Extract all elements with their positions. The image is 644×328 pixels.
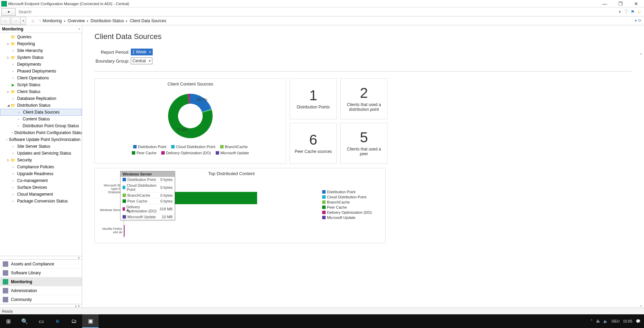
nav-back-button[interactable]: ← [1,17,10,25]
breadcrumb-diststatus[interactable]: Distribution Status [91,18,124,23]
taskbar-search-button[interactable]: 🔍 [16,314,33,328]
tray-time[interactable]: 15:05 [623,319,632,323]
tree-expand-icon[interactable]: ▷ [6,56,10,59]
breadcrumb-bar: ← → ▾ ⌂ \ Monitoring ▸ Overview ▸ Distri… [0,16,644,25]
workspace-item[interactable]: Assets and Compliance [0,260,82,268]
tree-item[interactable]: ▫Cloud Management [0,191,82,198]
workspace-item[interactable]: Community [0,295,82,304]
taskbar-ie-button[interactable]: e [49,314,66,328]
tree-item[interactable]: ▷📁System Status [0,54,82,61]
minimize-button[interactable]: — [597,0,613,8]
workspace-label: Software Library [11,271,41,275]
breadcrumb-overview[interactable]: Overview [68,18,85,23]
tree-expand-icon[interactable]: ▷ [6,158,10,162]
tree-item[interactable]: ▫Deployments [0,61,82,68]
tree-item[interactable]: 📁Queries [0,34,82,40]
topdist-legend: Distribution PointCloud Distribution Poi… [322,190,380,221]
tree-item[interactable]: ▫Content Status [0,116,82,122]
stat-label: Peer Cache sources [295,149,332,154]
tree-item[interactable]: ▫Surface Devices [0,184,82,191]
tooltip-label: Microsoft Update [127,215,156,219]
boundary-group-select[interactable]: Central [131,57,152,64]
feedback-icon[interactable]: ☺ [637,9,641,14]
nav-forward-button[interactable]: → [11,17,21,25]
workspace-label: Monitoring [11,279,32,284]
tree-item[interactable]: ◢📁Distribution Status [0,102,82,109]
tree-item[interactable]: ▫Database Replication [0,95,82,102]
tree-expand-icon[interactable]: ▷ [6,42,10,45]
tree-item[interactable]: ▶Script Status [0,81,82,88]
tree-item[interactable]: ▫Compliance Policies [0,163,82,170]
bar-label-c: Mozilla Firefox x64 de [100,227,124,234]
workspace-label: Assets and Compliance [11,262,54,266]
nav-tree[interactable]: 📁Queries▷📁Reporting▫Site Hierarchy▷📁Syst… [0,33,82,256]
tree-item[interactable]: ▫Phased Deployments [0,68,82,75]
breadcrumb-monitoring[interactable]: Monitoring [43,18,62,23]
tree-item[interactable]: ▫Distribution Point Group Status [0,122,82,129]
legend-swatch-icon [322,200,326,204]
split-handle[interactable]: ▾ [0,256,82,259]
tree-expand-icon[interactable]: ◢ [6,104,10,107]
tooltip-swatch-icon [123,178,126,181]
refresh-icon[interactable]: ⟳ [638,18,641,23]
help-icon[interactable]: ❔ [623,9,629,14]
title-bar: Microsoft Endpoint Configuration Manager… [0,0,644,8]
tray-notifications-icon[interactable]: 💬 [636,319,641,324]
stat-number: 2 [360,86,368,100]
task-view-button[interactable]: ▭ [33,314,49,328]
tooltip-label: BranchCache [127,193,150,197]
taskbar-explorer-button[interactable]: 🗂 [66,314,82,328]
ribbon-dropdown-button[interactable]: ▾ [1,8,16,16]
content-scrollbar[interactable]: ⌃ ⌄ [638,53,644,307]
workspace-item[interactable]: Monitoring [0,277,82,286]
taskbar-sccm-button[interactable]: ▣ [82,314,99,328]
tree-item[interactable]: ▫Updates and Servicing Status [0,150,82,157]
breadcrumb-dropdown-icon[interactable]: ▾ [635,18,637,23]
tree-item[interactable]: ▫Upgrade Readiness [0,170,82,177]
breadcrumb-cds[interactable]: Client Data Sources [130,18,166,23]
legend-swatch-icon [161,151,165,155]
stat-number: 1 [309,88,317,103]
tray-network-icon[interactable]: 🖧 [596,319,600,323]
tray-lang[interactable]: DEU [611,319,619,323]
start-button[interactable]: ⊞ [0,314,16,328]
legend-label: Microsoft Update [220,151,249,155]
workspace-overflow[interactable]: ▸ ▾ [0,304,82,307]
flag-icon[interactable]: ⚑ [631,9,635,14]
tree-item[interactable]: ▫Software Update Point Synchronization S… [0,136,82,143]
nav-collapse-button[interactable]: ‹ [79,27,80,31]
maximize-button[interactable]: ❐ [613,0,628,8]
legend-swatch-icon [322,216,326,219]
tree-item[interactable]: ▷📁Security [0,157,82,163]
tree-item[interactable]: ▫Site Server Status [0,143,82,150]
workspace-item[interactable]: Administration [0,286,82,295]
title-tray-icons: ▾ ❔ ⚑ ☺ [619,9,644,14]
report-period-select[interactable]: 1 Week [131,49,153,55]
tree-item[interactable]: ▫Site Hierarchy [0,47,82,54]
tray-overflow-icon[interactable]: ˄ [591,319,593,324]
tree-item[interactable]: ▫Package Conversion Status [0,198,82,205]
scroll-up-icon[interactable]: ⌃ [639,53,643,57]
tree-item[interactable]: ▷📁Client Status [0,88,82,95]
home-icon[interactable]: ⌂ [29,17,36,24]
scroll-down-icon[interactable]: ⌄ [639,303,643,307]
search-input[interactable] [16,8,619,16]
dropdown-caret-icon[interactable]: ▾ [619,9,621,14]
tree-item[interactable]: ▫Co-management [0,177,82,184]
workspace-item[interactable]: Software Library [0,268,82,277]
tree-item[interactable]: ▫Client Operations [0,75,82,81]
tray-sound-icon[interactable]: 🔈 [603,319,608,324]
tree-item[interactable]: ▫Distribution Point Configuration Status [0,129,82,136]
tree-expand-icon[interactable]: ▷ [6,90,10,93]
legend-item: Distribution Point [322,190,380,194]
folder-icon: 📁 [10,157,16,163]
top-distributed-content-card: Microsoft 365 Apps for Enterprise Window… [94,168,386,243]
nav-history-dropdown[interactable]: ▾ [21,17,26,25]
tree-item[interactable]: ▷📁Reporting [0,40,82,47]
close-button[interactable]: ✕ [628,0,644,8]
filter-panel: Report Period: 1 Week Boundary Group: Ce… [82,45,644,71]
legend-label: Cloud Distribution Point [176,145,215,149]
tree-item[interactable]: ▫Client Data Sources [0,109,82,116]
client-content-sources-card: Client Content Sources 19.7% 77.6% Distr… [94,78,286,164]
legend-item: BranchCache [322,200,380,204]
